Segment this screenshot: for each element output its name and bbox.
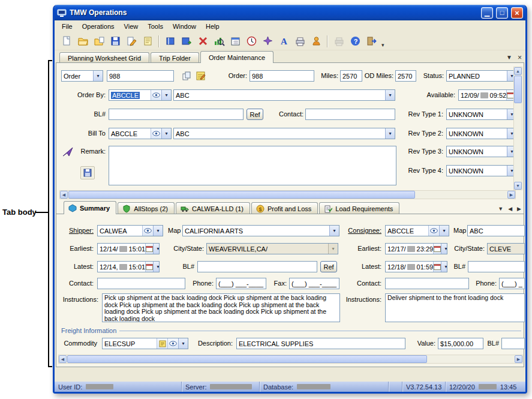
od-miles-field[interactable]: 2570 xyxy=(395,70,416,82)
delivery-phone-input[interactable] xyxy=(499,278,525,289)
book-icon[interactable] xyxy=(163,34,178,49)
pickup-fax-input[interactable] xyxy=(289,278,339,289)
combo-arrow-icon[interactable]: ▾ xyxy=(441,262,447,272)
edit-order-icon[interactable] xyxy=(194,70,208,82)
scroll-right-icon[interactable]: ▶ xyxy=(507,191,515,199)
eye-icon[interactable] xyxy=(151,90,161,100)
tab-allstops[interactable]: AllStops (2) xyxy=(118,202,175,214)
order-by-code-combo[interactable]: ABCCLE ▾ xyxy=(109,89,172,101)
scroll-left-icon[interactable]: ◀ xyxy=(59,355,67,363)
scroll-left-icon[interactable]: ◀ xyxy=(60,191,68,199)
export-icon[interactable] xyxy=(332,34,346,49)
bill-to-code-combo[interactable]: ABCCLE ▾ xyxy=(109,128,172,139)
bill-to-name-combo[interactable]: ABC ▾ xyxy=(173,128,395,139)
rev-type3-combo[interactable]: UNKNOWN ▾ xyxy=(446,146,517,157)
available-date-field[interactable]: 12/09/ 09:52 ▾ xyxy=(458,89,517,101)
combo-arrow-icon[interactable]: ▾ xyxy=(161,90,171,100)
delivery-instructions-textarea[interactable]: Deliver shipment to the front loading do… xyxy=(385,293,525,322)
clock-icon[interactable] xyxy=(244,34,259,49)
calendar-icon[interactable] xyxy=(228,34,242,49)
freight-bl-input[interactable] xyxy=(501,338,525,349)
remark-textarea[interactable] xyxy=(109,146,396,185)
scroll-right-icon[interactable]: ▶ xyxy=(515,355,522,363)
pickup-ref-button[interactable]: Ref xyxy=(320,261,337,272)
tab-summary[interactable]: Summary xyxy=(64,201,116,214)
rev-type4-combo[interactable]: UNKNOWN ▾ xyxy=(446,165,517,176)
edit-document-icon[interactable] xyxy=(124,34,139,49)
combo-arrow-icon[interactable]: ▾ xyxy=(439,226,449,236)
eye-icon[interactable] xyxy=(167,338,178,349)
delivery-contact-input[interactable] xyxy=(385,278,469,289)
floppy-icon[interactable] xyxy=(80,166,95,179)
calendar-picker-icon[interactable] xyxy=(145,262,153,272)
horizontal-scroll-thumb[interactable] xyxy=(67,355,427,363)
contact-input[interactable] xyxy=(305,109,395,120)
scroll-tabs-left-icon[interactable]: ◀ xyxy=(508,206,512,212)
menu-file[interactable]: File xyxy=(57,22,77,31)
calendar-picker-icon[interactable] xyxy=(433,244,441,254)
calendar-picker-icon[interactable] xyxy=(433,262,441,272)
tab-trip-folder[interactable]: Trip Folder xyxy=(151,52,199,63)
order-type-combo[interactable]: Order ▾ xyxy=(61,70,103,82)
pickup-bl-input[interactable] xyxy=(197,261,317,272)
close-button[interactable]: × xyxy=(511,7,523,19)
bl-number-input[interactable] xyxy=(109,109,244,120)
status-combo[interactable]: PLANNED ▾ xyxy=(446,70,517,82)
description-input[interactable] xyxy=(236,338,405,349)
shipper-name-combo[interactable]: CALIFORNIA ARTS ▾ xyxy=(182,225,339,236)
menu-operations[interactable]: Operations xyxy=(77,22,119,31)
pickup-contact-input[interactable] xyxy=(97,278,185,289)
delete-icon[interactable] xyxy=(196,34,210,49)
rev-type2-combo[interactable]: UNKNOWN ▾ xyxy=(446,128,517,139)
open-folder-icon[interactable] xyxy=(76,34,90,49)
exit-icon[interactable] xyxy=(364,34,378,49)
summary-horizontal-scrollbar[interactable]: ◀ ▶ xyxy=(58,355,523,364)
help-icon[interactable]: ? xyxy=(348,34,362,49)
eye-icon[interactable] xyxy=(428,226,439,236)
purple-dart-icon[interactable] xyxy=(61,146,74,158)
order-number-field[interactable]: 988 xyxy=(250,70,314,82)
combo-arrow-icon[interactable]: ▾ xyxy=(153,244,160,254)
notes-icon[interactable] xyxy=(140,34,155,49)
user-icon[interactable] xyxy=(309,34,323,49)
pickup-city-state-combo[interactable]: WEAVERVILLE,CA/ ▾ xyxy=(206,243,338,254)
maximize-button[interactable]: □ xyxy=(496,7,508,19)
wand-icon[interactable] xyxy=(260,34,275,49)
save-icon[interactable] xyxy=(108,34,122,49)
menu-help[interactable]: Help xyxy=(201,22,224,31)
shipper-code-combo[interactable]: CALWEA ▾ xyxy=(97,225,163,236)
order-search-input[interactable] xyxy=(107,70,174,82)
eye-icon[interactable] xyxy=(142,226,153,236)
consignee-name-combo[interactable]: ABC xyxy=(467,225,525,236)
scroll-down-icon[interactable]: ▼ xyxy=(514,182,522,190)
combo-arrow-icon[interactable]: ▾ xyxy=(385,90,395,100)
menu-window[interactable]: Window xyxy=(168,22,201,31)
pickup-latest-date-field[interactable]: 12/14, 15:01 ▾ xyxy=(97,261,160,272)
order-by-name-combo[interactable]: ABC ▾ xyxy=(173,89,395,101)
delivery-latest-date-field[interactable]: 12/18/ 01:59 ▾ xyxy=(385,261,447,272)
combo-arrow-icon[interactable]: ▾ xyxy=(178,338,188,349)
font-icon[interactable]: A xyxy=(276,34,291,49)
consignee-link[interactable]: Consignee: xyxy=(343,227,381,235)
pickup-earliest-date-field[interactable]: 12/14/ 15:01 ▾ xyxy=(97,243,160,254)
form-horizontal-scrollbar[interactable]: ◀ ▶ xyxy=(59,190,516,199)
tab-calwea-lld[interactable]: CALWEA-LLD (1) xyxy=(176,202,250,214)
ref-button[interactable]: Ref xyxy=(247,109,263,120)
combo-arrow-icon[interactable]: ▾ xyxy=(161,128,171,139)
shipper-map-link[interactable]: Map xyxy=(168,227,181,235)
tab-list-arrow-icon[interactable]: ▼ xyxy=(506,55,512,61)
pickup-instructions-textarea[interactable]: Pick up shipment at the back loading doc… xyxy=(102,293,340,322)
delivery-earliest-date-field[interactable]: 12/17/ 23:29 ▾ xyxy=(385,243,447,254)
toolbar-overflow-icon[interactable]: ▾ xyxy=(381,42,384,50)
book-forward-icon[interactable] xyxy=(179,34,194,49)
tab-order-maintenance[interactable]: Order Maintenance xyxy=(200,51,273,63)
copy-order-icon[interactable] xyxy=(180,70,193,82)
new-document-icon[interactable] xyxy=(59,34,74,49)
edit-note-icon[interactable] xyxy=(157,338,167,349)
close-tab-icon[interactable]: × xyxy=(518,54,522,61)
consignee-code-combo[interactable]: ABCCLE ▾ xyxy=(385,225,449,236)
calendar-picker-icon[interactable] xyxy=(145,244,153,254)
combo-arrow-icon[interactable]: ▾ xyxy=(153,262,160,272)
tab-menu-arrow-icon[interactable]: ▼ xyxy=(498,206,503,212)
pickup-phone-input[interactable] xyxy=(216,278,266,289)
